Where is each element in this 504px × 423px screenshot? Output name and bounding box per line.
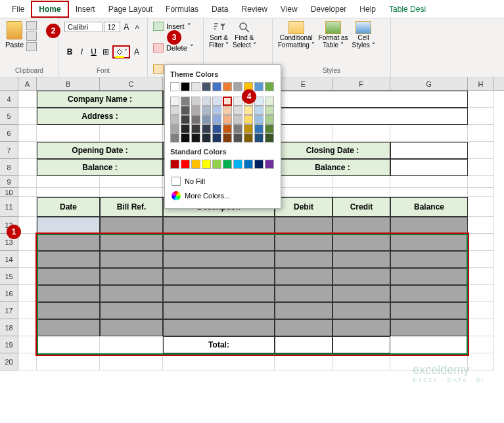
color-swatch[interactable] — [191, 124, 200, 133]
color-swatch[interactable] — [254, 160, 263, 169]
color-swatch[interactable] — [265, 133, 274, 143]
color-swatch[interactable] — [265, 115, 274, 124]
color-swatch[interactable] — [170, 124, 179, 133]
tab-data[interactable]: Data — [205, 2, 235, 16]
table-cell[interactable] — [100, 319, 163, 336]
color-swatch[interactable] — [244, 124, 253, 133]
closing-date-value[interactable] — [390, 142, 468, 159]
tab-view[interactable]: View — [274, 2, 304, 16]
increase-font-icon[interactable]: A — [122, 21, 131, 33]
table-cell[interactable] — [37, 268, 100, 285]
row-header[interactable]: 5 — [0, 108, 18, 125]
tab-home[interactable]: Home — [31, 1, 68, 18]
color-swatch[interactable] — [181, 133, 190, 143]
font-color-button[interactable]: A — [131, 46, 142, 58]
color-swatch[interactable] — [223, 115, 232, 124]
col-header-a[interactable]: A — [18, 78, 37, 90]
table-cell[interactable] — [332, 302, 390, 319]
more-colors-option[interactable]: More Colors... — [170, 189, 275, 203]
color-swatch[interactable] — [202, 124, 211, 133]
table-cell[interactable] — [275, 285, 332, 302]
color-swatch[interactable] — [212, 106, 221, 115]
color-swatch[interactable] — [191, 133, 200, 143]
color-swatch[interactable] — [191, 82, 200, 91]
row-header[interactable]: 11 — [0, 197, 18, 217]
table-cell[interactable] — [163, 251, 275, 268]
color-swatch[interactable] — [181, 82, 190, 91]
conditional-formatting-button[interactable]: ConditionalFormatting ˅ — [278, 21, 315, 49]
table-cell[interactable] — [100, 285, 163, 302]
tab-help[interactable]: Help — [353, 2, 382, 16]
copy-icon[interactable] — [26, 32, 37, 41]
color-swatch[interactable] — [265, 160, 274, 169]
table-cell[interactable] — [390, 319, 468, 336]
color-swatch[interactable] — [202, 160, 211, 169]
table-cell[interactable] — [100, 268, 163, 285]
row-header[interactable]: 18 — [0, 319, 18, 336]
color-swatch[interactable] — [191, 115, 200, 124]
table-cell[interactable] — [163, 234, 275, 251]
table-cell[interactable] — [100, 234, 163, 251]
table-cell[interactable] — [37, 302, 100, 319]
color-swatch[interactable] — [212, 160, 221, 169]
color-swatch[interactable] — [181, 115, 190, 124]
color-swatch[interactable] — [223, 97, 232, 106]
color-swatch[interactable] — [254, 82, 263, 91]
row-header[interactable]: 17 — [0, 302, 18, 319]
row-header[interactable]: 14 — [0, 251, 18, 268]
font-name-select[interactable]: Calibri — [64, 22, 103, 32]
table-cell[interactable] — [332, 217, 390, 234]
color-swatch[interactable] — [212, 97, 221, 106]
table-cell[interactable] — [390, 234, 468, 251]
color-swatch[interactable] — [212, 133, 221, 143]
select-all-corner[interactable] — [0, 78, 18, 90]
color-swatch[interactable] — [244, 115, 253, 124]
color-swatch[interactable] — [212, 115, 221, 124]
color-swatch[interactable] — [223, 124, 232, 133]
color-swatch[interactable] — [202, 97, 211, 106]
color-swatch[interactable] — [202, 106, 211, 115]
color-swatch[interactable] — [223, 160, 232, 169]
table-cell[interactable] — [37, 234, 100, 251]
color-swatch[interactable] — [265, 106, 274, 115]
col-header-b[interactable]: B — [37, 78, 100, 90]
table-cell[interactable] — [332, 251, 390, 268]
row-header[interactable]: 15 — [0, 268, 18, 285]
color-swatch[interactable] — [170, 133, 179, 143]
color-swatch[interactable] — [212, 124, 221, 133]
color-swatch[interactable] — [254, 115, 263, 124]
table-cell[interactable] — [100, 302, 163, 319]
row-header[interactable]: 7 — [0, 142, 18, 159]
table-cell[interactable] — [390, 285, 468, 302]
underline-button[interactable]: U — [88, 46, 99, 58]
col-header-e[interactable]: E — [275, 78, 332, 90]
color-swatch[interactable] — [170, 97, 179, 106]
format-as-table-button[interactable]: Format asTable ˅ — [319, 21, 348, 49]
tab-review[interactable]: Review — [235, 2, 273, 16]
col-header-c[interactable]: C — [100, 78, 163, 90]
table-cell[interactable] — [37, 251, 100, 268]
color-swatch[interactable] — [202, 82, 211, 91]
table-cell[interactable] — [332, 268, 390, 285]
tab-developer[interactable]: Developer — [304, 2, 354, 16]
paste-button[interactable]: Paste — [5, 21, 24, 51]
table-cell[interactable] — [275, 251, 332, 268]
table-cell[interactable] — [37, 319, 100, 336]
row-header[interactable]: 19 — [0, 336, 18, 353]
tab-page-layout[interactable]: Page Layout — [102, 2, 159, 16]
table-cell[interactable] — [332, 285, 390, 302]
color-swatch[interactable] — [233, 115, 242, 124]
row-header[interactable]: 8 — [0, 159, 18, 176]
color-swatch[interactable] — [233, 106, 242, 115]
table-cell[interactable] — [100, 251, 163, 268]
row-header[interactable]: 4 — [0, 91, 18, 108]
table-cell[interactable] — [163, 285, 275, 302]
fill-color-button[interactable]: ˅ — [112, 45, 130, 58]
color-swatch[interactable] — [244, 106, 253, 115]
color-swatch[interactable] — [223, 82, 232, 91]
color-swatch[interactable] — [223, 133, 232, 143]
decrease-font-icon[interactable]: A — [132, 21, 142, 33]
tab-insert[interactable]: Insert — [69, 2, 102, 16]
color-swatch[interactable] — [202, 115, 211, 124]
table-cell[interactable] — [390, 302, 468, 319]
